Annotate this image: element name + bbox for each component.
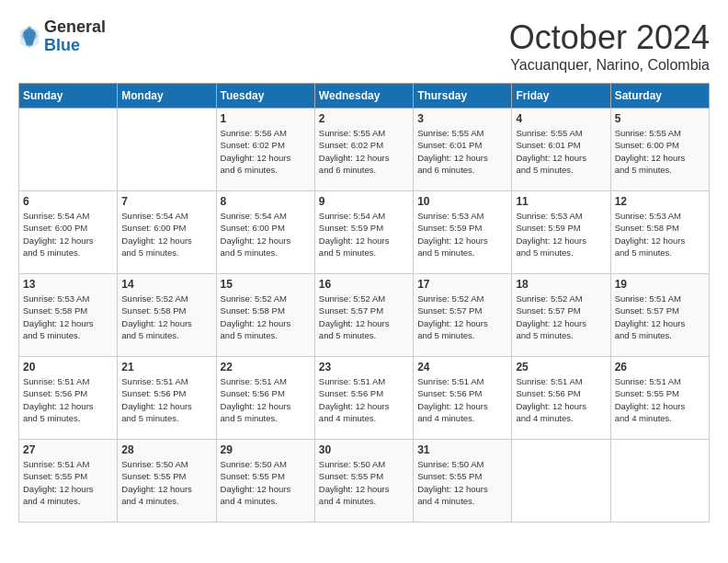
calendar-cell: 29Sunrise: 5:50 AM Sunset: 5:55 PM Dayli… (216, 440, 314, 523)
calendar-cell: 19Sunrise: 5:51 AM Sunset: 5:57 PM Dayli… (610, 274, 709, 357)
calendar-cell (610, 440, 709, 523)
month-title: October 2024 (509, 18, 710, 57)
day-info: Sunrise: 5:51 AM Sunset: 5:56 PM Dayligh… (221, 375, 311, 424)
day-info: Sunrise: 5:51 AM Sunset: 5:56 PM Dayligh… (516, 375, 606, 424)
day-number: 13 (23, 278, 113, 291)
day-number: 10 (417, 195, 507, 208)
calendar-week-row: 1Sunrise: 5:56 AM Sunset: 6:02 PM Daylig… (19, 109, 710, 191)
day-number: 7 (121, 195, 211, 208)
day-number: 24 (417, 361, 507, 373)
calendar-cell (512, 440, 610, 523)
day-number: 12 (615, 195, 705, 208)
calendar-cell: 26Sunrise: 5:51 AM Sunset: 5:55 PM Dayli… (610, 357, 709, 440)
day-info: Sunrise: 5:51 AM Sunset: 5:56 PM Dayligh… (121, 375, 211, 424)
logo-general: General (44, 18, 106, 37)
logo-text: General Blue (44, 18, 106, 55)
day-number: 14 (121, 278, 211, 291)
page-header: General Blue October 2024 Yacuanquer, Na… (18, 18, 710, 74)
day-info: Sunrise: 5:50 AM Sunset: 5:55 PM Dayligh… (121, 458, 211, 507)
day-number: 27 (23, 443, 113, 456)
calendar-cell: 27Sunrise: 5:51 AM Sunset: 5:55 PM Dayli… (19, 440, 118, 523)
day-number: 21 (121, 361, 211, 373)
calendar-cell: 11Sunrise: 5:53 AM Sunset: 5:59 PM Dayli… (512, 191, 610, 274)
day-info: Sunrise: 5:52 AM Sunset: 5:57 PM Dayligh… (319, 293, 409, 341)
header-day: Sunday (19, 84, 118, 109)
calendar-cell: 28Sunrise: 5:50 AM Sunset: 5:55 PM Dayli… (118, 440, 216, 523)
day-number: 16 (319, 278, 409, 291)
calendar-cell: 15Sunrise: 5:52 AM Sunset: 5:58 PM Dayli… (216, 274, 314, 357)
calendar-cell: 25Sunrise: 5:51 AM Sunset: 5:56 PM Dayli… (512, 357, 610, 440)
day-number: 23 (319, 361, 409, 373)
calendar-cell: 24Sunrise: 5:51 AM Sunset: 5:56 PM Dayli… (414, 357, 512, 440)
day-number: 9 (319, 195, 409, 208)
day-info: Sunrise: 5:54 AM Sunset: 6:00 PM Dayligh… (221, 210, 311, 259)
day-info: Sunrise: 5:50 AM Sunset: 5:55 PM Dayligh… (319, 458, 409, 507)
header-day: Tuesday (216, 84, 314, 109)
day-info: Sunrise: 5:53 AM Sunset: 5:58 PM Dayligh… (615, 210, 705, 259)
calendar-cell: 9Sunrise: 5:54 AM Sunset: 5:59 PM Daylig… (314, 191, 413, 274)
day-number: 29 (221, 443, 311, 456)
day-info: Sunrise: 5:53 AM Sunset: 5:59 PM Dayligh… (417, 210, 507, 259)
day-info: Sunrise: 5:55 AM Sunset: 6:01 PM Dayligh… (516, 127, 606, 176)
calendar-cell: 17Sunrise: 5:52 AM Sunset: 5:57 PM Dayli… (414, 274, 512, 357)
day-info: Sunrise: 5:52 AM Sunset: 5:57 PM Dayligh… (417, 293, 507, 341)
calendar-cell: 21Sunrise: 5:51 AM Sunset: 5:56 PM Dayli… (118, 357, 216, 440)
header-row: SundayMondayTuesdayWednesdayThursdayFrid… (19, 84, 710, 109)
calendar-cell: 16Sunrise: 5:52 AM Sunset: 5:57 PM Dayli… (314, 274, 413, 357)
day-number: 8 (221, 195, 311, 208)
day-info: Sunrise: 5:51 AM Sunset: 5:56 PM Dayligh… (319, 375, 409, 424)
calendar-week-row: 13Sunrise: 5:53 AM Sunset: 5:58 PM Dayli… (19, 274, 710, 357)
calendar-cell: 20Sunrise: 5:51 AM Sunset: 5:56 PM Dayli… (19, 357, 118, 440)
day-info: Sunrise: 5:50 AM Sunset: 5:55 PM Dayligh… (221, 458, 311, 507)
day-info: Sunrise: 5:53 AM Sunset: 5:58 PM Dayligh… (23, 293, 113, 341)
day-info: Sunrise: 5:55 AM Sunset: 6:00 PM Dayligh… (615, 127, 705, 176)
day-number: 25 (516, 361, 606, 373)
header-day: Wednesday (314, 84, 413, 109)
header-day: Saturday (610, 84, 709, 109)
day-info: Sunrise: 5:52 AM Sunset: 5:57 PM Dayligh… (516, 293, 606, 341)
day-info: Sunrise: 5:50 AM Sunset: 5:55 PM Dayligh… (417, 458, 507, 507)
calendar-cell: 10Sunrise: 5:53 AM Sunset: 5:59 PM Dayli… (414, 191, 512, 274)
day-info: Sunrise: 5:51 AM Sunset: 5:56 PM Dayligh… (23, 375, 113, 424)
calendar-cell: 31Sunrise: 5:50 AM Sunset: 5:55 PM Dayli… (414, 440, 512, 523)
calendar-cell: 6Sunrise: 5:54 AM Sunset: 6:00 PM Daylig… (19, 191, 118, 274)
day-number: 2 (319, 112, 409, 125)
day-number: 4 (516, 112, 606, 125)
day-number: 17 (417, 278, 507, 291)
day-number: 11 (516, 195, 606, 208)
logo: General Blue (18, 18, 106, 55)
day-number: 3 (417, 112, 507, 125)
day-info: Sunrise: 5:55 AM Sunset: 6:01 PM Dayligh… (417, 127, 507, 176)
calendar-cell: 14Sunrise: 5:52 AM Sunset: 5:58 PM Dayli… (118, 274, 216, 357)
calendar-table: SundayMondayTuesdayWednesdayThursdayFrid… (18, 83, 710, 523)
day-number: 6 (23, 195, 113, 208)
calendar-week-row: 20Sunrise: 5:51 AM Sunset: 5:56 PM Dayli… (19, 357, 710, 440)
calendar-cell (118, 109, 216, 191)
day-number: 18 (516, 278, 606, 291)
calendar-cell (19, 109, 118, 191)
calendar-cell: 3Sunrise: 5:55 AM Sunset: 6:01 PM Daylig… (414, 109, 512, 191)
day-number: 15 (221, 278, 311, 291)
calendar-cell: 7Sunrise: 5:54 AM Sunset: 6:00 PM Daylig… (118, 191, 216, 274)
calendar-week-row: 27Sunrise: 5:51 AM Sunset: 5:55 PM Dayli… (19, 440, 710, 523)
calendar-week-row: 6Sunrise: 5:54 AM Sunset: 6:00 PM Daylig… (19, 191, 710, 274)
calendar-cell: 8Sunrise: 5:54 AM Sunset: 6:00 PM Daylig… (216, 191, 314, 274)
title-area: October 2024 Yacuanquer, Narino, Colombi… (509, 18, 710, 74)
calendar-cell: 30Sunrise: 5:50 AM Sunset: 5:55 PM Dayli… (314, 440, 413, 523)
calendar-cell: 1Sunrise: 5:56 AM Sunset: 6:02 PM Daylig… (216, 109, 314, 191)
calendar-cell: 5Sunrise: 5:55 AM Sunset: 6:00 PM Daylig… (610, 109, 709, 191)
header-day: Friday (512, 84, 610, 109)
location: Yacuanquer, Narino, Colombia (509, 57, 710, 74)
day-info: Sunrise: 5:56 AM Sunset: 6:02 PM Dayligh… (221, 127, 311, 176)
day-info: Sunrise: 5:54 AM Sunset: 6:00 PM Dayligh… (121, 210, 211, 259)
day-info: Sunrise: 5:53 AM Sunset: 5:59 PM Dayligh… (516, 210, 606, 259)
calendar-cell: 18Sunrise: 5:52 AM Sunset: 5:57 PM Dayli… (512, 274, 610, 357)
day-number: 5 (615, 112, 705, 125)
day-number: 19 (615, 278, 705, 291)
day-number: 1 (221, 112, 311, 125)
day-number: 30 (319, 443, 409, 456)
logo-icon (18, 23, 40, 51)
day-number: 22 (221, 361, 311, 373)
day-info: Sunrise: 5:52 AM Sunset: 5:58 PM Dayligh… (121, 293, 211, 341)
day-info: Sunrise: 5:54 AM Sunset: 5:59 PM Dayligh… (319, 210, 409, 259)
